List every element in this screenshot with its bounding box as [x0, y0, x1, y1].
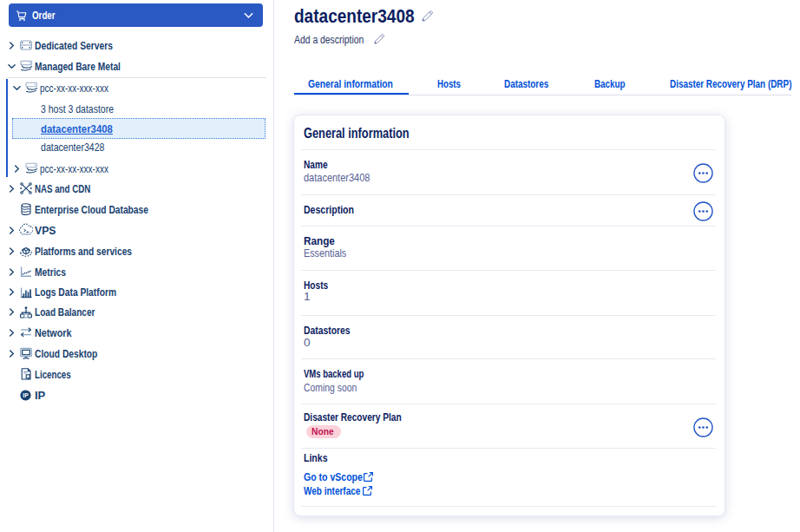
svg-text:IP: IP [23, 392, 29, 398]
